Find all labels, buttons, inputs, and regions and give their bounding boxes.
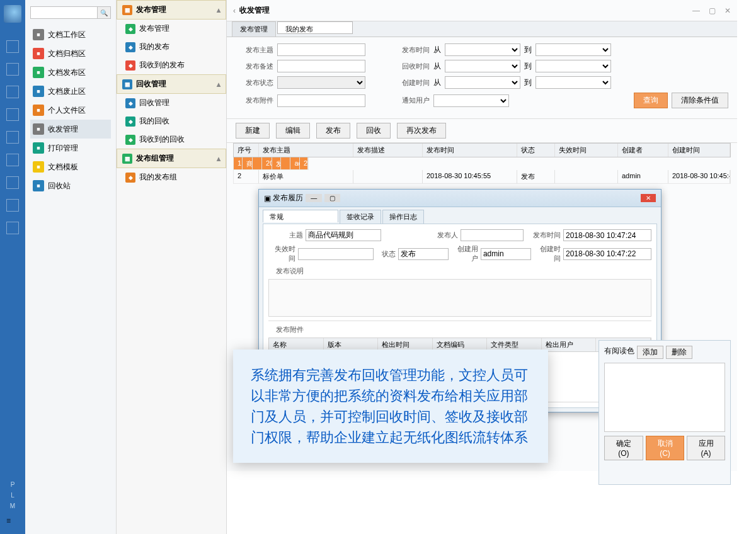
nav2-item-1-2[interactable]: ◆我收到的回收 bbox=[117, 130, 226, 149]
tab-publish-mgmt[interactable]: 发布管理 bbox=[232, 21, 276, 37]
nav2-item-icon: ◆ bbox=[125, 173, 135, 183]
nav1-item-label: 文档归档区 bbox=[48, 48, 86, 59]
select-recvtime-to[interactable] bbox=[536, 60, 611, 72]
rail-icon-globe[interactable] bbox=[6, 108, 19, 121]
dlg-publisher-input[interactable] bbox=[461, 229, 524, 241]
dept-list-area[interactable] bbox=[604, 363, 725, 432]
dlg-createtime-input[interactable] bbox=[563, 248, 651, 260]
del-dept-button[interactable]: 删除 bbox=[666, 346, 692, 359]
nav2-group-header-2[interactable]: ▦发布组管理▴ bbox=[117, 149, 226, 168]
clear-button[interactable]: 清除条件值 bbox=[672, 93, 728, 108]
dialog-maximize-icon[interactable]: ▢ bbox=[324, 194, 340, 202]
rail-icon-folder[interactable] bbox=[6, 63, 19, 76]
nav1-item-label: 文档模板 bbox=[48, 162, 78, 173]
nav2-item-label: 回收管理 bbox=[139, 98, 169, 108]
rail-label-m: M bbox=[10, 503, 15, 509]
rail-icon-wave[interactable] bbox=[6, 86, 19, 98]
nav1-item-icon: ■ bbox=[33, 123, 44, 135]
table-row[interactable]: 2标价单2018-08-30 10:45:55发布admin2018-08-30… bbox=[233, 170, 731, 184]
nav2-item-1-1[interactable]: ◆我的回收 bbox=[117, 112, 226, 130]
dlg-status-input[interactable] bbox=[398, 248, 449, 260]
nav2-item-label: 我的发布组 bbox=[139, 172, 177, 183]
input-attach[interactable] bbox=[277, 94, 365, 107]
select-notifyuser[interactable] bbox=[433, 94, 509, 107]
dlg-desc-area[interactable] bbox=[268, 279, 651, 317]
select-recvtime-from[interactable] bbox=[445, 60, 520, 72]
window-close-icon[interactable]: ✕ bbox=[724, 6, 731, 15]
nav2-item-icon: ◆ bbox=[125, 60, 135, 71]
rail-icon-gear[interactable] bbox=[6, 154, 19, 166]
nav2-item-0-0[interactable]: ◆发布管理 bbox=[117, 20, 226, 38]
lbl-subject: 发布主题 bbox=[236, 45, 273, 55]
dialog-close-icon[interactable]: ✕ bbox=[641, 194, 656, 202]
lbl-attach: 发布附件 bbox=[236, 96, 273, 105]
tab-my-publish[interactable]: 我的发布 bbox=[277, 21, 353, 34]
lbl-status: 发布状态 bbox=[236, 78, 273, 88]
select-pubtime-to[interactable] bbox=[536, 43, 611, 56]
select-createtime-to[interactable] bbox=[536, 76, 611, 89]
rail-icon-user[interactable] bbox=[6, 131, 19, 144]
dlg-tab-log[interactable]: 操作日志 bbox=[382, 210, 424, 224]
input-subject[interactable] bbox=[277, 43, 365, 56]
apply-button[interactable]: 应用(A) bbox=[687, 436, 725, 460]
select-createtime-from[interactable] bbox=[445, 76, 520, 89]
publish-button[interactable]: 发布 bbox=[316, 123, 350, 139]
dept-side-panel: 有阅读色 添加 删除 确定(O) 取消(C) 应用(A) bbox=[598, 340, 731, 485]
nav2-item-1-0[interactable]: ◆回收管理 bbox=[117, 94, 226, 112]
rail-icon-cad3[interactable] bbox=[6, 222, 19, 234]
window-maximize-icon[interactable]: ▢ bbox=[709, 6, 716, 15]
nav1-item-8[interactable]: ■回收站 bbox=[30, 176, 111, 195]
nav2-group-header-0[interactable]: ▦发布管理▴ bbox=[117, 0, 226, 20]
nav1-item-3[interactable]: ■文档废止区 bbox=[30, 82, 111, 101]
republish-button[interactable]: 再次发布 bbox=[397, 123, 446, 139]
dialog-minimize-icon[interactable]: — bbox=[306, 194, 322, 202]
ok-button[interactable]: 确定(O) bbox=[604, 436, 643, 460]
nav1-item-7[interactable]: ■文档模板 bbox=[30, 157, 111, 176]
nav2-item-0-2[interactable]: ◆我收到的发布 bbox=[117, 56, 226, 74]
select-pubtime-from[interactable] bbox=[445, 43, 520, 56]
nav2-item-2-0[interactable]: ◆我的发布组 bbox=[117, 168, 226, 186]
nav1-item-4[interactable]: ■个人文件区 bbox=[30, 101, 111, 120]
query-button[interactable]: 查询 bbox=[634, 93, 668, 108]
feature-caption: 系统拥有完善发布回收管理功能，文控人员可以非常方便的把系统的资料发布给相关应用部… bbox=[233, 349, 548, 463]
window-minimize-icon[interactable]: — bbox=[692, 6, 700, 15]
rail-label-p: P bbox=[11, 481, 15, 488]
nav2-group-header-1[interactable]: ▦回收管理▴ bbox=[117, 74, 226, 94]
edit-button[interactable]: 编辑 bbox=[276, 123, 310, 139]
lbl-createtime: 创建时间 bbox=[392, 78, 430, 88]
rail-icon-cad2[interactable] bbox=[6, 199, 19, 212]
select-status[interactable] bbox=[277, 76, 365, 89]
dlg-tab-general[interactable]: 常规 bbox=[263, 210, 338, 222]
nav1-item-2[interactable]: ■文档发布区 bbox=[30, 63, 111, 82]
nav-search-button[interactable]: 🔍 bbox=[97, 6, 111, 19]
nav-search-input[interactable] bbox=[30, 6, 98, 19]
rail-icon-cad1[interactable] bbox=[6, 176, 19, 189]
dlg-subject-input[interactable] bbox=[306, 229, 381, 241]
main-tabs: 发布管理 我的发布 bbox=[227, 21, 737, 37]
cancel-button[interactable]: 取消(C) bbox=[646, 436, 684, 460]
back-icon[interactable]: ‹ bbox=[233, 6, 236, 15]
nav1-item-1[interactable]: ■文档归档区 bbox=[30, 44, 111, 63]
nav1-item-0[interactable]: ■文档工作区 bbox=[30, 25, 111, 44]
dlg-createuser-input[interactable] bbox=[481, 248, 531, 260]
nav1-item-icon: ■ bbox=[33, 161, 44, 173]
dialog-titlebar[interactable]: ▣ 发布履历 — ▢ ✕ bbox=[259, 190, 661, 207]
rail-icon-menu[interactable]: ≡ bbox=[6, 516, 19, 529]
grid-header: 序号 发布主题 发布描述 发布时间 状态 失效时间 创建者 创建时间 bbox=[233, 143, 731, 157]
nav1-item-6[interactable]: ■打印管理 bbox=[30, 139, 111, 157]
recover-button[interactable]: 回收 bbox=[357, 123, 391, 139]
nav2-item-0-1[interactable]: ◆我的发布 bbox=[117, 38, 226, 56]
nav-search: 🔍 bbox=[30, 6, 111, 19]
nav1-item-5[interactable]: ■收发管理 bbox=[30, 120, 111, 139]
rail-icon-monitor[interactable] bbox=[6, 40, 19, 53]
nav-rail: P L M ≡ bbox=[0, 0, 25, 534]
input-desc[interactable] bbox=[277, 60, 365, 72]
dlg-exptime-input[interactable] bbox=[298, 248, 374, 260]
dlg-tab-sign[interactable]: 签收记录 bbox=[340, 210, 381, 224]
toolbar: 新建 编辑 发布 回收 再次发布 bbox=[227, 118, 737, 143]
dialog-icon: ▣ bbox=[264, 194, 271, 203]
new-button[interactable]: 新建 bbox=[236, 123, 270, 139]
add-dept-button[interactable]: 添加 bbox=[637, 346, 663, 359]
dlg-pubtime-input[interactable] bbox=[563, 229, 651, 241]
table-row[interactable]: 1商品代码规则2018-08-30 10:47:24发布admin2018-08… bbox=[233, 157, 309, 170]
